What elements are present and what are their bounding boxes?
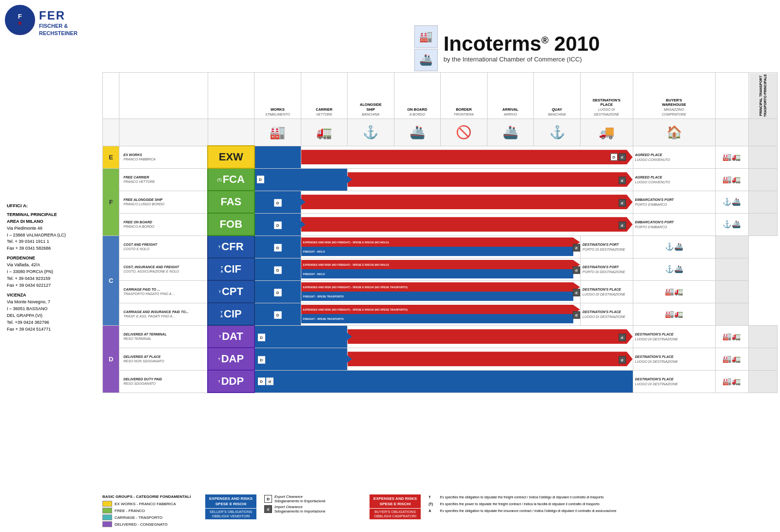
- title-text-block: Incoterms® 2010 by the International Cha…: [444, 34, 600, 63]
- row-dat-desc: DELIVERED AT TERMINAL RESO TERMINAL: [119, 325, 208, 348]
- legend-section: BASIC GROUPS - CATEGORIE FONDAMENTALI EX…: [102, 494, 778, 528]
- col-hdr-carrier: CARRIERVETTORE: [301, 73, 348, 119]
- main-title-area: 🏭 🚢 Incoterms® 2010 by the International…: [239, 25, 775, 71]
- row-cip-desc: CARRIAGE AND INSURANCE PAID TO... TRASP.…: [119, 303, 208, 325]
- title-year: 2010: [548, 32, 600, 55]
- row-cfr: C COST AND FREIGHT COSTO E NOLO T CFR D: [103, 236, 778, 258]
- row-cpt-desc: CARRIAGE PAID TO ... TRASPORTO PAGATO FI…: [119, 280, 208, 303]
- company-header: FR FER FISCHER & RECHSTEINER: [5, 5, 78, 37]
- row-ddp-transport: [749, 370, 778, 393]
- row-fob: FREE ON BOARD FRANCO A BORDO FOB D: [103, 213, 778, 236]
- footnote-T: T It's specifies the obligation to stipu…: [429, 494, 778, 500]
- title-icon-top: 🏭: [414, 25, 438, 48]
- legend-buyer-obligations: BUYER'S OBLIGATIONSOBBLIGHI CAMPRATORI: [370, 509, 421, 519]
- row-dap-icons: 🏭🚛: [715, 348, 749, 370]
- icon-row-desc: [119, 118, 208, 146]
- legend-buyer: EXPENSES AND RISKSSPESE E RISCHI BUYER'S…: [370, 494, 421, 519]
- office-pordenone-name: PORDENONE: [7, 255, 102, 262]
- row-cpt-icons: 🏭🚛: [633, 280, 715, 303]
- row-ddp-desc: DELIVERED DUTY PAID RESO SDOGANATO: [119, 370, 208, 393]
- legend-seller-obligations: SELLER'S OBLIGATIONSOBBLIGHI VENDITORI: [205, 509, 256, 519]
- icon-border: 🚫: [441, 118, 488, 146]
- row-cpt: CARRIAGE PAID TO ... TRASPORTO PAGATO FI…: [103, 280, 778, 303]
- col-hdr-quay: QUAYBANCHINA: [534, 73, 581, 119]
- bar-exw-dboxes: D d: [610, 154, 626, 161]
- title-incoterms: Incoterms: [444, 32, 542, 55]
- legend-seller: EXPENSES AND RISKSSPESE E RISCHI SELLER'…: [205, 494, 256, 519]
- legend-item-carriage: CARRIAGE - TRASPORTO: [102, 514, 197, 520]
- row-cif-dest: DESTINATION'S PORT PORTO DI DESTINAZIONE: [580, 258, 633, 280]
- row-cif-desc: COST, INSURANCE AND FREIGHT COSTO, ASSIC…: [119, 258, 208, 280]
- bar-exw-red: D d: [301, 146, 633, 168]
- row-cip-transport: [715, 303, 749, 325]
- company-sub2: RECHSTEINER: [39, 30, 78, 37]
- bar-cpt-blue1: D: [254, 280, 301, 303]
- row-fas-desc: FREE ALONGSIDE SHIP FRANCO LUNGO BORDO: [119, 191, 208, 213]
- main-title-text: Incoterms® 2010: [444, 34, 600, 54]
- col-hdr-arrival: ARRIVALARRIVO: [487, 73, 534, 119]
- legend-code-D: D Export ClearanceSdoganamento in Esport…: [264, 494, 362, 503]
- swatch-free: [102, 508, 112, 513]
- row-dat-icons: 🏭🚛: [715, 325, 749, 348]
- row-cip-dest: DESTINATION'S PLACE LUOGO DI DESTINAZION…: [580, 303, 633, 325]
- row-fca: F FREE CARRIER FRANCO VETTORE (T) FCA: [103, 168, 778, 191]
- bar-cfr-dbox: D: [274, 242, 281, 252]
- row-cif-icons: ⚓🚢: [633, 258, 715, 280]
- row-cfr-code: T CFR: [208, 236, 254, 258]
- bar-dat-red: d: [348, 325, 633, 348]
- row-cfr-icons: ⚓🚢: [633, 236, 715, 258]
- title-icon-group: 🏭 🚢: [414, 25, 438, 71]
- row-dat: D DELIVERED AT TERMINAL RESO TERMINAL T …: [103, 325, 778, 348]
- bar-ddp-blue: D d: [254, 370, 633, 393]
- bar-cfr-blue1: D: [254, 236, 301, 258]
- bar-dap-blue: D: [254, 348, 348, 370]
- legend-item-delivered: DELIVERED - CONSEGNATO: [102, 521, 197, 527]
- legend-groups: BASIC GROUPS - CATEGORIE FONDAMENTALI EX…: [102, 494, 197, 528]
- footnote-A: A It's specifies the obligation to stipu…: [429, 508, 778, 514]
- group-f-label: F: [103, 168, 119, 236]
- row-dap: DELIVERED AT PLACE RESO NON SDOGANATO T …: [103, 348, 778, 370]
- office-milan-name: TERMINAL PRINCIPALE AREA DI MILANO: [7, 212, 102, 225]
- row-fas-transport: [749, 191, 778, 213]
- icon-row-group: [103, 118, 119, 146]
- company-logo: FR: [5, 5, 35, 35]
- office-pordenone-addr: Via Vallada, 42/A I – 33080 PORCIA (PN) …: [7, 262, 102, 289]
- row-cip: CARRIAGE AND INSURANCE PAID TO... TRASP.…: [103, 303, 778, 325]
- row-exw-transport: [749, 146, 778, 168]
- title-icon-bottom: 🚢: [414, 49, 438, 71]
- group-d-label: D: [103, 325, 119, 393]
- row-fca-code: (T) FCA: [208, 168, 254, 191]
- row-cfr-desc: COST AND FREIGHT COSTO E NOLO: [119, 236, 208, 258]
- icon-row-icons: [715, 118, 749, 146]
- row-dat-transport: [749, 325, 778, 348]
- bar-fob-dbox: D: [274, 220, 281, 229]
- icon-buyer-wh: 🏠: [633, 118, 715, 146]
- legend-seller-expenses-title: EXPENSES AND RISKSSPESE E RISCHI: [205, 494, 256, 508]
- bar-fca-blue-arrow: [342, 172, 352, 187]
- row-fob-desc: FREE ON BOARD FRANCO A BORDO: [119, 213, 208, 236]
- row-dat-code: T DAT: [208, 325, 254, 348]
- col-hdr-buyer-wh: BUYER'SWAREHOUSEMAGAZZINOCOMPRATORE: [633, 73, 715, 119]
- row-exw-code: EXW: [208, 146, 254, 168]
- col-hdr-desc: [119, 73, 208, 119]
- row-fob-icons: ⚓🚢: [715, 213, 749, 236]
- legend-groups-title: BASIC GROUPS - CATEGORIE FONDAMENTALI: [102, 494, 197, 499]
- bar-cpt-double: EXPENSES AND RISK (NO FREIGHT) - SPESE E…: [301, 280, 580, 303]
- company-sub1: FISCHER &: [39, 22, 78, 30]
- icon-row-transport: [749, 118, 778, 146]
- row-cif-code: TA CIF: [208, 258, 254, 280]
- office-vicenza-name: VICENZA: [7, 292, 102, 299]
- row-fas-dest: EMBARCATION'S PORT PORTO D'IMBARCO: [633, 191, 715, 213]
- icon-row: 🏭 🚛 ⚓ 🚢 🚫 🚢 ⚓ 🚚 🏠: [103, 118, 778, 146]
- row-fob-dest: EMBARCATION'S PORT PORTO D'IMBARCO: [633, 213, 715, 236]
- row-exw-desc: EX WORKS FRANCO FABBRICA: [119, 146, 208, 168]
- row-fas-icons: ⚓🚢: [715, 191, 749, 213]
- swatch-exworks: [102, 501, 112, 507]
- title-reg: ®: [541, 35, 548, 45]
- row-fas-code: FAS: [208, 191, 254, 213]
- legend-codes-block: D Export ClearanceSdoganamento in Esport…: [264, 494, 362, 513]
- icon-onboard: 🚢: [394, 118, 441, 146]
- row-fca-desc: FREE CARRIER FRANCO VETTORE: [119, 168, 208, 191]
- bar-fca-red-arrow: [348, 172, 632, 187]
- col-hdr-code: [208, 73, 254, 119]
